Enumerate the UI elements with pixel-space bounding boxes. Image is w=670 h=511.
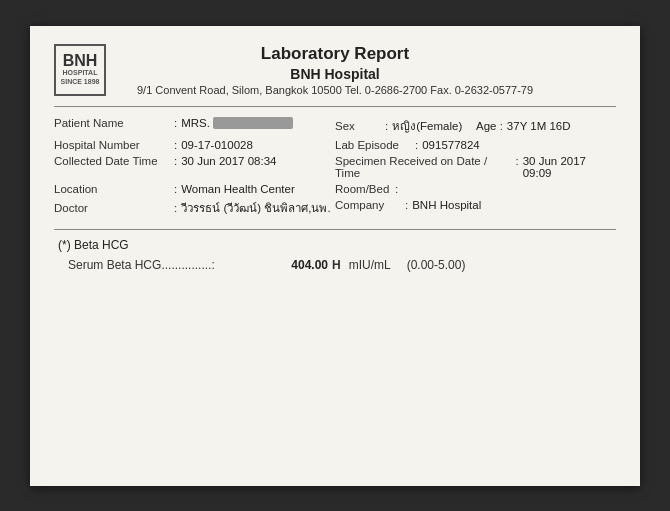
collected-datetime-value: 30 Jun 2017 08:34 [181, 155, 276, 167]
patient-name-label: Patient Name [54, 117, 174, 129]
patient-name-value: MRS. [181, 117, 293, 130]
report-title: Laboratory Report [54, 44, 616, 64]
lab-episode-colon: : [415, 139, 418, 151]
lab-episode-value: 091577824 [422, 139, 480, 151]
header-divider [54, 106, 616, 107]
result-flag: H [332, 258, 341, 272]
room-bed-colon: : [395, 183, 398, 195]
company-colon: : [405, 199, 408, 211]
location-row: Location : Woman Health Center [54, 181, 335, 197]
logo-area: BNH HOSPITAL SINCE 1898 [54, 44, 106, 96]
company-row: Company : BNH Hospital [335, 197, 616, 219]
hospital-number-value: 09-17-010028 [181, 139, 253, 151]
patient-info-grid: Patient Name : MRS. Sex : หญิง(Female) A… [54, 115, 616, 219]
location-value: Woman Health Center [181, 183, 295, 195]
doctor-label: Doctor [54, 202, 174, 214]
doctor-colon: : [174, 202, 177, 214]
hospital-number-row: Hospital Number : 09-17-010028 [54, 137, 335, 153]
company-label: Company [335, 199, 405, 211]
hospital-number-label: Hospital Number [54, 139, 174, 151]
sex-value: หญิง(Female) [392, 117, 462, 135]
hospital-logo: BNH HOSPITAL SINCE 1898 [54, 44, 106, 96]
document-header: BNH HOSPITAL SINCE 1898 Laboratory Repor… [54, 44, 616, 96]
header-center: Laboratory Report BNH Hospital 9/1 Conve… [54, 44, 616, 96]
result-row: Serum Beta HCG...............: 404.00 H … [68, 258, 612, 272]
result-category: (*) Beta HCG [58, 238, 612, 252]
collected-datetime-colon: : [174, 155, 177, 167]
room-bed-row: Room/Bed : [335, 181, 616, 197]
doctor-value: วีวรรธน์ (วีวัฒน์) ชินพิลาศ,นพ. [181, 199, 330, 217]
hospital-name: BNH Hospital [54, 66, 616, 82]
patient-name-redacted [213, 117, 293, 129]
lab-episode-row: Lab Episode : 091577824 [335, 137, 616, 153]
patient-name-row: Patient Name : MRS. [54, 115, 335, 137]
laboratory-report: BNH HOSPITAL SINCE 1898 Laboratory Repor… [30, 26, 640, 486]
result-unit: mIU/mL [349, 258, 391, 272]
specimen-colon: : [516, 155, 519, 167]
location-colon: : [174, 183, 177, 195]
age-value: 37Y 1M 16D [507, 120, 571, 132]
logo-since-text: SINCE 1898 [61, 78, 100, 86]
specimen-label: Specimen Received on Date / Time [335, 155, 512, 179]
sex-colon: : [385, 120, 388, 132]
specimen-value: 30 Jun 2017 09:09 [523, 155, 616, 179]
result-range: (0.00-5.00) [407, 258, 466, 272]
result-test-name: Serum Beta HCG...............: [68, 258, 268, 272]
hospital-number-colon: : [174, 139, 177, 151]
company-value: BNH Hospital [412, 199, 481, 211]
collected-datetime-label: Collected Date Time [54, 155, 174, 167]
location-label: Location [54, 183, 174, 195]
room-bed-label: Room/Bed [335, 183, 395, 195]
logo-hospital-text: HOSPITAL [63, 69, 98, 77]
result-value: 404.00 [268, 258, 328, 272]
logo-bnh-text: BNH [63, 53, 98, 69]
age-label: Age [470, 120, 499, 132]
sex-label: Sex [335, 120, 385, 132]
lab-episode-label: Lab Episode [335, 139, 415, 151]
sex-age-row: Sex : หญิง(Female) Age : 37Y 1M 16D [335, 115, 616, 137]
doctor-row: Doctor : วีวรรธน์ (วีวัฒน์) ชินพิลาศ,นพ. [54, 197, 335, 219]
results-section: (*) Beta HCG Serum Beta HCG.............… [54, 238, 616, 272]
results-divider [54, 229, 616, 230]
age-colon: : [500, 120, 503, 132]
hospital-address: 9/1 Convent Road, Silom, Bangkok 10500 T… [54, 84, 616, 96]
specimen-received-row: Specimen Received on Date / Time : 30 Ju… [335, 153, 616, 181]
collected-datetime-row: Collected Date Time : 30 Jun 2017 08:34 [54, 153, 335, 181]
header-top: BNH HOSPITAL SINCE 1898 Laboratory Repor… [54, 44, 616, 96]
patient-name-colon: : [174, 117, 177, 129]
